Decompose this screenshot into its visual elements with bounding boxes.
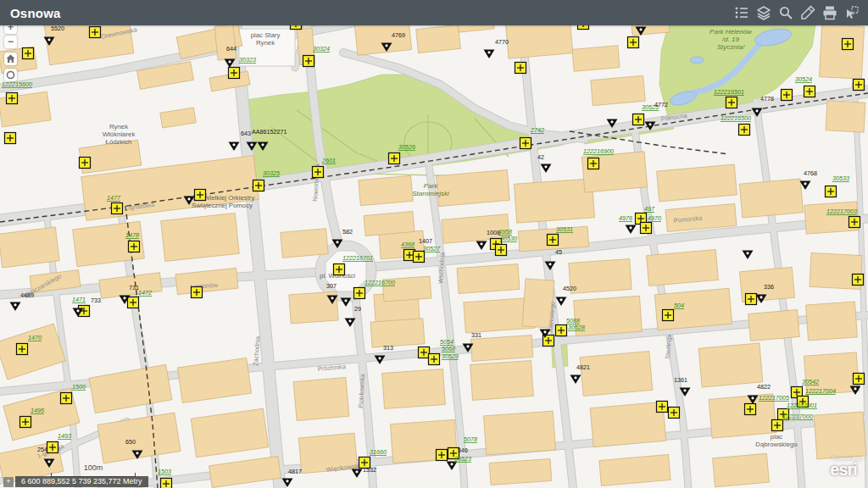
point-label: 30542 [802, 378, 819, 385]
control-point-marker[interactable] [7, 93, 18, 104]
control-point-marker[interactable] [334, 264, 345, 275]
control-point-marker[interactable] [419, 347, 430, 358]
point-label: 546 [458, 446, 468, 454]
point-label: 30526 [398, 143, 415, 151]
point-label: 5068 [442, 345, 455, 352]
place-label: Dąbrowskiego [755, 441, 798, 448]
control-point-marker[interactable] [414, 252, 425, 263]
control-point-marker[interactable] [588, 158, 599, 169]
building [657, 164, 737, 202]
control-point-marker[interactable] [854, 374, 865, 385]
extent-button[interactable] [4, 69, 17, 81]
control-point-marker[interactable] [80, 158, 91, 169]
control-point-marker[interactable] [804, 86, 815, 97]
point-label: 4817 [288, 468, 302, 475]
control-point-marker[interactable] [128, 297, 139, 308]
control-point-marker[interactable] [853, 274, 864, 286]
control-point-marker[interactable] [90, 27, 101, 38]
point-label: 4976 [619, 214, 632, 222]
building [281, 229, 328, 258]
measure-icon[interactable] [797, 2, 819, 24]
control-point-marker[interactable] [389, 153, 400, 164]
control-point-marker[interactable] [745, 404, 756, 415]
control-point-marker[interactable] [657, 402, 668, 413]
control-point-marker[interactable] [739, 125, 750, 136]
map-canvas[interactable]: DrewnowskaOgrodowaPółnocnaZachodniaNowom… [0, 0, 868, 488]
control-point-marker[interactable] [17, 344, 28, 355]
control-point-marker[interactable] [429, 354, 440, 365]
place-label: plac [771, 433, 782, 441]
control-point-marker[interactable] [313, 167, 324, 178]
scale-label: 100m [51, 463, 136, 472]
home-button[interactable] [4, 53, 17, 65]
control-point-marker[interactable] [354, 288, 365, 299]
control-point-marker[interactable] [663, 310, 674, 321]
toolbar [731, 2, 863, 24]
control-point-marker[interactable] [303, 56, 314, 67]
control-point-marker[interactable] [195, 190, 206, 201]
control-point-marker[interactable] [746, 294, 757, 305]
control-point-marker[interactable] [47, 442, 58, 453]
control-point-marker[interactable] [5, 133, 16, 144]
building [698, 343, 763, 387]
control-point-marker[interactable] [628, 37, 639, 48]
control-point-marker[interactable] [496, 245, 507, 256]
control-point-marker[interactable] [843, 39, 854, 50]
control-point-marker[interactable] [253, 180, 264, 191]
coordinate-locate-icon[interactable]: + [3, 477, 14, 487]
app-title: Osnowa [10, 6, 61, 20]
control-point-marker[interactable] [129, 241, 140, 252]
control-point-marker[interactable] [556, 325, 567, 336]
point-label: 733 [91, 297, 101, 304]
print-icon[interactable] [819, 2, 841, 24]
point-label: 30527 [423, 245, 441, 252]
point-label: 1407 [419, 237, 432, 245]
esri-attribution: Powered by esri [830, 456, 863, 478]
control-point-marker[interactable] [826, 186, 837, 197]
point-label: 42 [537, 153, 544, 161]
point-label: 582 [342, 228, 353, 236]
point-label: 2601 [321, 157, 336, 164]
layers-icon[interactable] [753, 2, 775, 24]
control-point-marker[interactable] [161, 479, 172, 488]
zoom-out-button[interactable]: − [4, 36, 17, 48]
control-point-marker[interactable] [772, 420, 783, 431]
control-point-marker[interactable] [520, 138, 531, 149]
control-point-marker[interactable] [726, 97, 737, 108]
control-point-marker[interactable] [641, 223, 652, 234]
extent-circle-icon [6, 70, 15, 80]
control-point-marker[interactable] [633, 114, 644, 125]
select-icon[interactable] [841, 2, 863, 24]
building [515, 179, 595, 223]
control-point-marker[interactable] [515, 63, 526, 74]
control-point-marker[interactable] [669, 408, 680, 419]
control-point-marker[interactable] [192, 287, 203, 298]
search-icon[interactable] [775, 2, 797, 24]
point-label: 336 [764, 283, 774, 291]
building [293, 377, 349, 420]
park-label: /d. 19 [721, 36, 740, 43]
place-label: plac Stary [251, 31, 281, 39]
building [416, 25, 461, 53]
control-point-marker[interactable] [854, 80, 865, 91]
point-label: 122217001 [787, 402, 817, 409]
control-point-marker[interactable] [23, 48, 34, 59]
control-point-marker[interactable] [229, 68, 240, 79]
control-point-marker[interactable] [61, 393, 72, 404]
control-point-marker[interactable] [437, 450, 448, 461]
building [814, 412, 865, 459]
home-icon [6, 54, 15, 64]
point-label: 313 [383, 344, 393, 352]
control-point-marker[interactable] [548, 235, 559, 246]
building [483, 411, 555, 455]
control-point-marker[interactable] [782, 90, 793, 101]
park-label: Park Helenów [709, 28, 753, 36]
point-label: 1532 [363, 466, 376, 474]
building [806, 302, 858, 341]
control-point-marker[interactable] [20, 417, 31, 428]
legend-icon[interactable] [731, 2, 753, 24]
building [489, 459, 552, 485]
control-point-marker[interactable] [849, 217, 860, 228]
control-point-marker[interactable] [112, 203, 123, 214]
building [370, 319, 425, 347]
